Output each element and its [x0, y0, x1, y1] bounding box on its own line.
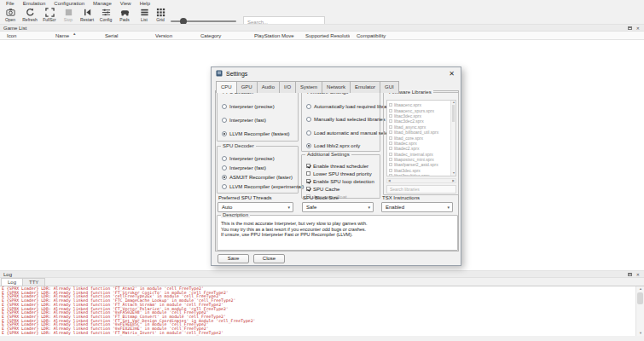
scrollbar-thumb[interactable]: [452, 105, 455, 122]
column-header[interactable]: Version: [148, 32, 194, 39]
config-button[interactable]: Config: [96, 8, 116, 25]
firmware-setting-radio[interactable]: Automatically load required libraries: [302, 100, 380, 113]
scroll-left-icon[interactable]: ◀: [388, 179, 391, 183]
ppu-decoder-group: PPU Decoder Interpreter (precise) Interp…: [217, 92, 299, 142]
checkbox-icon: [389, 119, 392, 123]
column-header[interactable]: Compatibility: [350, 32, 644, 39]
library-horizontal-scrollbar[interactable]: ◀ ▶: [386, 178, 456, 183]
settings-tab[interactable]: CPU: [216, 81, 237, 93]
log-output[interactable]: E {SPRX Loader} LDR: Already linked func…: [0, 286, 644, 336]
scroll-up-icon[interactable]: ▲: [636, 286, 644, 292]
spu-decoder-radio[interactable]: LLVM Recompiler (experimental): [218, 182, 298, 191]
scrollbar-thumb[interactable]: [637, 292, 643, 304]
settings-tab[interactable]: GUI: [380, 81, 399, 93]
ppu-decoder-radio[interactable]: Interpreter (precise): [218, 100, 298, 113]
column-header[interactable]: Category: [194, 32, 247, 39]
ppu-decoder-radio[interactable]: Interpreter (fast): [218, 113, 298, 127]
grid-view-button[interactable]: Grid: [150, 8, 171, 25]
menu-item[interactable]: Configuration: [49, 0, 89, 7]
additional-setting-checkbox[interactable]: Enable SPU loop detection: [302, 177, 380, 185]
radio-icon: [222, 156, 227, 161]
refresh-icon: [26, 8, 35, 17]
library-list-item: libat3multidec.sprx: [389, 173, 455, 176]
selected-value: Safe: [306, 205, 316, 210]
checkbox-icon: [306, 187, 310, 191]
restart-button[interactable]: Restart: [77, 8, 97, 25]
menu-item[interactable]: View: [116, 0, 136, 7]
scroll-right-icon[interactable]: ▶: [452, 179, 455, 183]
menu-item[interactable]: File: [2, 0, 19, 7]
checkbox-icon: [389, 125, 392, 129]
menu-item[interactable]: Manage: [89, 0, 116, 7]
preferred-spu-threads-select[interactable]: Auto ▾: [218, 202, 293, 212]
description-group: Description This is the most accurate In…: [217, 215, 458, 251]
spu-decoder-radio[interactable]: ASMJIT Recompiler (faster): [218, 172, 298, 182]
additional-setting-checkbox[interactable]: Enable thread scheduler: [302, 162, 380, 170]
close-panel-icon[interactable]: ✕: [636, 26, 640, 31]
library-name: libadec_internal.sprx: [394, 152, 433, 157]
float-panel-icon[interactable]: [628, 273, 632, 276]
spu-decoder-radio[interactable]: Interpreter (fast): [218, 163, 298, 172]
log-vertical-scrollbar[interactable]: ▲ ▼: [635, 286, 644, 336]
refresh-button[interactable]: Refresh: [20, 8, 40, 25]
checkbox-icon: [389, 158, 392, 161]
settings-tab[interactable]: Network: [322, 81, 351, 93]
firmware-setting-radio[interactable]: Load liblv2.sprx only: [302, 140, 380, 153]
radio-icon: [306, 130, 311, 136]
settings-dialog-close-icon[interactable]: ✕: [447, 70, 456, 78]
settings-tab[interactable]: Emulator: [350, 81, 380, 93]
chevron-down-icon: ▾: [447, 203, 450, 211]
radio-icon: [222, 104, 227, 109]
additional-setting-checkbox[interactable]: Lower SPU thread priority: [302, 170, 380, 177]
fullscreen-button[interactable]: FullScr: [39, 8, 60, 25]
spu-decoder-radio[interactable]: Interpreter (precise): [218, 153, 298, 163]
firmware-setting-radio[interactable]: Manually load selected libraries: [302, 113, 380, 127]
open-button[interactable]: Open: [0, 8, 20, 25]
menu-item[interactable]: Help: [136, 0, 154, 7]
pads-button[interactable]: Pads: [114, 8, 135, 25]
open-icon: [6, 8, 15, 17]
library-name: libaacenc_spurs.sprx: [394, 108, 434, 113]
settings-dialog-titlebar[interactable]: Settings ✕: [212, 67, 461, 79]
game-list-header: IconNameSerialVersionCategoryPlayStation…: [0, 32, 644, 40]
log-tab[interactable]: Log: [1, 278, 23, 286]
library-name: libad_core.sprx: [394, 136, 423, 141]
scroll-down-icon[interactable]: ▼: [451, 171, 456, 176]
column-header[interactable]: Icon: [0, 32, 49, 39]
library-name: libat3dec.sprx: [394, 168, 421, 173]
config-icon: [102, 8, 111, 17]
close-panel-icon[interactable]: ✕: [636, 272, 640, 277]
restart-button-label: Restart: [80, 17, 94, 23]
settings-tab[interactable]: I/O: [279, 81, 296, 93]
radio-icon: [222, 118, 227, 123]
spu-block-size-select[interactable]: Safe ▾: [302, 202, 374, 212]
selected-value: Enabled: [386, 205, 404, 210]
library-name: libadec2.sprx: [394, 146, 419, 151]
column-header[interactable]: Serial: [98, 32, 148, 39]
radio-icon: [306, 104, 311, 109]
close-button[interactable]: Close: [253, 254, 285, 263]
save-button[interactable]: Save: [218, 254, 249, 263]
spu-decoder-title: SPU Decoder: [221, 143, 256, 149]
checkbox-icon: [389, 169, 392, 172]
library-name: libaacenc.sprx: [394, 102, 421, 107]
firmware-libraries-list: libaacenc.sprx libaacenc_spurs.sprx liba…: [386, 100, 456, 176]
settings-tab[interactable]: System: [295, 81, 322, 93]
refresh-button-label: Refresh: [22, 17, 38, 23]
settings-tab[interactable]: GPU: [236, 81, 258, 93]
log-tab[interactable]: TTY: [22, 278, 45, 286]
additional-settings-group: Additional Settings Enable thread schedu…: [301, 154, 380, 199]
settings-tab[interactable]: Audio: [257, 81, 280, 93]
column-header[interactable]: Supported Resolutions: [299, 32, 350, 39]
library-vertical-scrollbar[interactable]: ▲ ▼: [450, 101, 455, 176]
additional-setting-checkbox[interactable]: SPU Cache: [302, 185, 380, 193]
firmware-setting-radio[interactable]: Load automatic and manual selection: [302, 126, 380, 140]
menu-item[interactable]: Emulation: [19, 0, 50, 7]
spu-block-size-label: SPU Block Size: [303, 195, 339, 200]
column-header[interactable]: PlayStation Move: [247, 32, 299, 39]
float-panel-icon[interactable]: [628, 26, 632, 30]
radio-label: Interpreter (precise): [229, 156, 275, 161]
tsx-instructions-select[interactable]: Enabled ▾: [381, 202, 453, 212]
ppu-decoder-radio[interactable]: LLVM Recompiler (fastest): [218, 127, 298, 141]
library-search-input: [386, 185, 456, 194]
